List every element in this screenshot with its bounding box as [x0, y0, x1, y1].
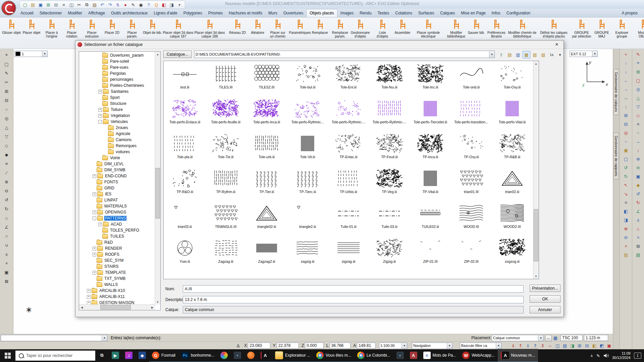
- annotate-icon[interactable]: ◧: [161, 2, 167, 8]
- left-tool-icon-24[interactable]: ▣: [3, 269, 10, 276]
- ribbon-button-placer-l-origine[interactable]: Placer à l'origine: [42, 18, 62, 44]
- status-icon-12[interactable]: ◩: [598, 343, 605, 348]
- tab-configuration[interactable]: Configuration: [503, 9, 533, 17]
- ok-button[interactable]: OK: [530, 295, 560, 303]
- pattern-item-tiles-iii[interactable]: TILES.III: [205, 62, 246, 97]
- pattern-item-tole-perfo-feuille-iii[interactable]: Tole-perfo-feuille.iii: [205, 97, 246, 132]
- placement-calque-combobox[interactable]: Calque commun▼: [492, 335, 544, 341]
- tree-item-voirie[interactable]: Voirie: [79, 155, 155, 161]
- pattern-item-tp-inca-iii[interactable]: TP-Inca.iii: [410, 132, 451, 167]
- right-tool-icon-col2-1[interactable]: ⌖: [635, 60, 642, 66]
- tab-gestionnaire-calques[interactable]: Gestionnaire de calques: [613, 69, 619, 115]
- tree-item-ies[interactable]: +IES: [79, 191, 155, 197]
- tab-hachures-et-motifs[interactable]: Hachures et motifs: [226, 9, 265, 17]
- taskbar-app-arcplus[interactable]: A: [258, 349, 272, 362]
- pattern-item-tole-enl-iii[interactable]: Tole-Enl.iii: [328, 62, 369, 97]
- pattern-item-zigzig-iii[interactable]: Zigzig.iii: [369, 237, 410, 272]
- left-tool-icon-16[interactable]: ↺: [3, 196, 10, 203]
- quick-search-icon[interactable]: Q: [153, 2, 160, 8]
- right-tool-icon-col1-2[interactable]: ↓: [622, 68, 630, 75]
- left-tool-icon-17[interactable]: ↻: [3, 205, 10, 212]
- chevron-down-icon[interactable]: ▼: [42, 51, 47, 57]
- new-file-icon[interactable]: ▢: [22, 2, 29, 8]
- angle-field[interactable]: 149.81: [357, 343, 376, 349]
- scroll-up-icon[interactable]: ▲: [533, 61, 539, 66]
- tab-mise-en-page[interactable]: Mise en Page: [458, 9, 488, 17]
- clock[interactable]: 11:09 30/12/2024: [612, 351, 631, 360]
- tree-item-template[interactable]: +TEMPLATE: [79, 269, 155, 276]
- pattern-item-tole-perfo-tiercelet-iii[interactable]: Tole-perfo-Tiercelet.iii: [410, 97, 451, 132]
- nom-field[interactable]: A.III: [183, 285, 524, 293]
- cut-icon[interactable]: ✂: [76, 2, 83, 8]
- right-tool-icon-col1-4[interactable]: →: [622, 86, 630, 93]
- help-icon[interactable]: ?: [145, 2, 152, 8]
- tree-item-linpat[interactable]: LINPAT: [79, 197, 155, 203]
- tab-images[interactable]: Images: [337, 9, 357, 17]
- view-thumbnails-icon[interactable]: ▦: [523, 51, 530, 58]
- chevron-down-icon[interactable]: ▼: [592, 51, 597, 57]
- tree-item-camions[interactable]: Camions: [79, 137, 155, 143]
- scale-combobox[interactable]: 1:100.00▼: [379, 343, 407, 349]
- ribbon-button-modifier-objet[interactable]: Modifier OBJET: [634, 18, 644, 44]
- tree-item-fonts[interactable]: FONTS: [79, 179, 155, 185]
- left-tool-icon-4[interactable]: ⊞: [3, 88, 10, 95]
- paste-icon[interactable]: ▨: [91, 2, 98, 8]
- status-icon-8[interactable]: ◨: [569, 343, 576, 348]
- pattern-item-tp-feuil-iii[interactable]: TP-Feuil.iii: [369, 132, 410, 167]
- taskbar-app-mots-de-pa-[interactable]: ≡Mots de Pa...: [420, 349, 460, 362]
- left-tool-icon-10[interactable]: ◇: [3, 142, 10, 149]
- ribbon-button-exploser-groupe[interactable]: Exploser groupe: [612, 18, 632, 44]
- tree-item-roofs[interactable]: +ROOFS: [79, 251, 155, 257]
- start-button[interactable]: [0, 349, 15, 362]
- right-tool-icon-col2-12[interactable]: ⊕: [635, 156, 642, 162]
- right-tool-icon-col2-7[interactable]: ◇: [635, 112, 642, 119]
- right-tool-icon-col1-19[interactable]: ◨: [622, 217, 630, 223]
- chevron-down-icon[interactable]: ▼: [447, 343, 452, 349]
- tab-polygones[interactable]: Polygones: [180, 9, 205, 17]
- right-tool-icon-col1-3[interactable]: ←: [622, 77, 630, 84]
- tree-item-ouvertures-param[interactable]: Ouvertures_param: [79, 52, 155, 58]
- pattern-item-tuile-01-iii[interactable]: Tuile-01.iii: [328, 202, 369, 237]
- expand-icon[interactable]: +: [98, 223, 102, 226]
- tree-item-pare-soleil[interactable]: Pare-soleil: [79, 58, 155, 64]
- left-tool-icon-19[interactable]: ∠: [3, 224, 10, 230]
- left-tool-icon-6[interactable]: ○: [3, 106, 10, 113]
- left-tool-icon-13[interactable]: ∕: [3, 169, 10, 176]
- tree-item-pergolas[interactable]: Pergolas: [79, 70, 155, 76]
- pinned-music-icon[interactable]: ♫: [122, 349, 136, 362]
- left-tool-icon-1[interactable]: ▢: [3, 61, 10, 67]
- ext-combobox[interactable]: EXT 0.12 ▼: [570, 51, 598, 57]
- open-file-icon[interactable]: ▤: [30, 2, 36, 8]
- right-tool-icon-col2-13[interactable]: ⊖: [635, 164, 642, 171]
- pattern-item-tole-tie-iii[interactable]: Tole-Tie.iii: [205, 132, 246, 167]
- tree-item-voitures[interactable]: voitures: [79, 149, 155, 155]
- ribbon-button-groupe-maj[interactable]: GROUPE MAJ: [592, 18, 612, 44]
- tree-item-txt-symb[interactable]: TXT_SYMB: [79, 276, 155, 282]
- pattern-item-tp-rythm-iii[interactable]: TP-Rythm.iii: [205, 167, 246, 202]
- right-tool-icon-col2-17[interactable]: ↻: [635, 199, 642, 206]
- new-folder-icon[interactable]: ▤: [506, 51, 514, 58]
- copy-icon[interactable]: ⧉: [84, 2, 90, 8]
- pattern-item-zagzag-iii[interactable]: Zagzag.iii: [205, 237, 246, 272]
- tree-item-2roues[interactable]: 2roues: [79, 125, 155, 131]
- right-tool-icon-col2-14[interactable]: ▣: [635, 173, 642, 180]
- filter-combobox[interactable]: Bascule filtre ca▼: [460, 343, 501, 349]
- status-icon-2[interactable]: ⇓: [524, 343, 532, 348]
- right-tool-icon-col2-3[interactable]: ▢: [635, 77, 642, 84]
- left-tool-icon-0[interactable]: ⌖: [3, 52, 10, 58]
- pattern-item-tole-oxy-iii[interactable]: Tole-Oxy.iii: [492, 62, 533, 97]
- left-tool-icon-15[interactable]: ⊖: [3, 187, 10, 194]
- pinned-app-1-icon[interactable]: ▶: [109, 349, 122, 362]
- right-tool-icon-col1-10[interactable]: ○: [622, 138, 630, 145]
- tab-lignes-d-aide[interactable]: Lignes d'aide: [151, 9, 180, 17]
- pattern-item-zagzag2-iii[interactable]: Zagzag2.iii: [246, 237, 287, 272]
- right-tool-icon-col1-5[interactable]: ↔: [622, 95, 630, 101]
- stop-icon[interactable]: ●: [122, 2, 129, 8]
- collapse-icon[interactable]: -: [98, 120, 102, 124]
- taskbar-app-access[interactable]: A: [407, 349, 420, 362]
- app-logo-icon[interactable]: [1, 1, 16, 15]
- status-icon-9[interactable]: ⊞: [576, 343, 583, 348]
- scroll-up-icon[interactable]: ▲: [155, 52, 160, 57]
- left-tool-icon-2[interactable]: ✎: [3, 70, 10, 76]
- right-tool-icon-col1-13[interactable]: ↺: [622, 164, 630, 171]
